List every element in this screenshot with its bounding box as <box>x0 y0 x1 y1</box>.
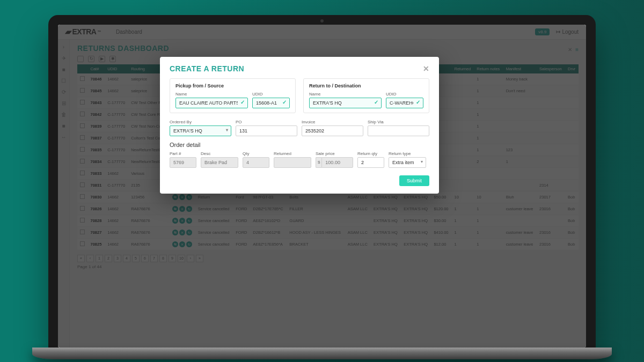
close-icon[interactable]: ✕ <box>423 64 430 73</box>
qty-label: Qty <box>243 151 269 156</box>
dest-panel: Return to / Destination Name UDID <box>303 78 429 113</box>
invoice-input[interactable] <box>302 125 363 136</box>
qty-input <box>243 157 269 168</box>
source-udid-label: UDID <box>252 92 290 97</box>
dest-name-input[interactable] <box>309 98 382 108</box>
dest-udid-input[interactable] <box>386 98 423 108</box>
order-detail-header: Order detail <box>170 142 429 148</box>
part-input <box>170 157 196 168</box>
po-input[interactable] <box>236 125 297 136</box>
create-return-modal: CREATE A RETURN ✕ Pickup from / Source N… <box>160 57 439 194</box>
ordered-by-select[interactable] <box>170 125 231 136</box>
part-label: Part # <box>170 151 196 156</box>
returned-input <box>274 157 311 168</box>
desc-input <box>201 157 238 168</box>
source-panel: Pickup from / Source Name UDID <box>170 78 296 113</box>
submit-button[interactable]: Submit <box>399 175 429 186</box>
return-qty-label: Return qty <box>357 151 384 156</box>
invoice-label: Invoice <box>302 120 363 124</box>
source-name-label: Name <box>175 92 248 97</box>
ordered-by-label: Ordered By <box>170 120 231 124</box>
modal-title: CREATE A RETURN <box>170 64 244 73</box>
po-label: PO <box>236 120 297 124</box>
desc-label: Desc <box>201 151 238 156</box>
return-qty-input[interactable] <box>357 157 384 168</box>
returned-label: Returned <box>274 151 311 156</box>
source-udid-input[interactable] <box>252 98 290 108</box>
source-header: Pickup from / Source <box>175 83 290 88</box>
return-type-label: Return type <box>389 151 426 156</box>
dest-name-label: Name <box>309 92 382 97</box>
dest-udid-label: UDID <box>386 92 423 97</box>
currency-symbol: $ <box>316 157 321 168</box>
dest-header: Return to / Destination <box>309 83 423 88</box>
ship-via-input[interactable] <box>368 125 429 136</box>
return-type-select[interactable] <box>389 157 426 168</box>
sale-label: Sale price <box>316 151 353 156</box>
ship-via-label: Ship Via <box>368 120 429 124</box>
source-name-input[interactable] <box>175 98 248 108</box>
sale-input <box>321 157 353 168</box>
